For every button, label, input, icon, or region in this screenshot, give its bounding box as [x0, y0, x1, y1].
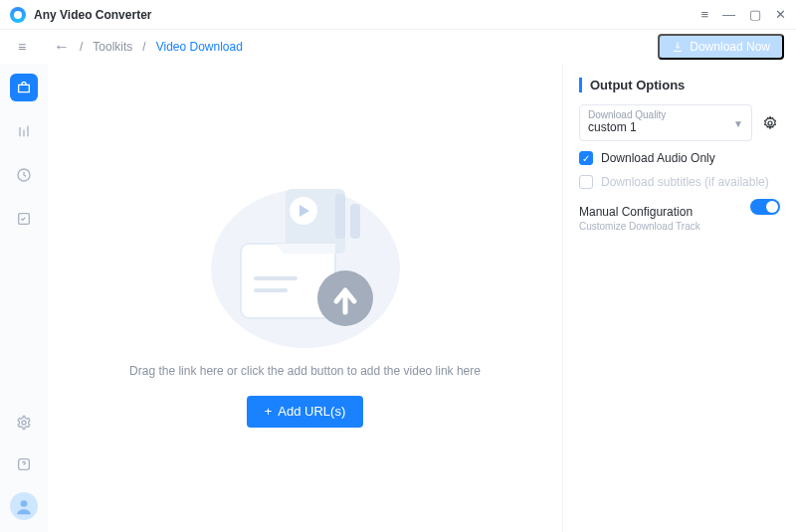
audio-only-checkbox[interactable]: ✓ [579, 151, 593, 165]
menu-icon[interactable]: ≡ [700, 7, 708, 22]
breadcrumb-current: Video Download [156, 40, 243, 54]
sidebar-item-toolkits[interactable] [10, 74, 38, 101]
gear-icon [16, 415, 32, 431]
download-quality-select[interactable]: Download Quality custom 1 ▼ [579, 104, 752, 141]
app-logo [10, 7, 26, 23]
chevron-down-icon: ▼ [733, 117, 743, 128]
manual-config-label: Manual Configuration [579, 205, 750, 219]
sidebar-item-library[interactable] [10, 117, 38, 145]
svg-point-14 [768, 121, 772, 125]
clock-icon [16, 167, 32, 183]
download-now-button[interactable]: Download Now [658, 34, 784, 60]
checklist-icon [16, 211, 32, 227]
audio-only-label: Download Audio Only [601, 151, 715, 165]
breadcrumb-toolkits[interactable]: Toolkits [93, 40, 132, 54]
drop-caption: Drag the link here or click the add butt… [129, 364, 481, 378]
download-icon [672, 41, 684, 53]
illustration [186, 149, 425, 348]
close-icon[interactable]: ✕ [775, 7, 786, 22]
avatar[interactable] [10, 492, 38, 520]
download-now-label: Download Now [690, 40, 770, 54]
add-urls-label: Add URL(s) [278, 404, 345, 419]
manual-config-toggle[interactable] [750, 199, 780, 215]
output-options-title: Output Options [579, 78, 780, 92]
svg-rect-9 [350, 204, 360, 239]
sidebar-item-help[interactable] [10, 450, 38, 478]
app-title: Any Video Converter [34, 8, 151, 22]
svg-rect-8 [335, 194, 345, 239]
gear-icon [762, 115, 778, 131]
breadcrumb-sep: / [142, 40, 145, 54]
sidebar-item-history[interactable] [10, 161, 38, 189]
minimize-icon[interactable]: — [722, 7, 735, 22]
quality-value: custom 1 [588, 120, 637, 134]
subtitles-label: Download subtitles (if available) [601, 175, 769, 189]
drop-zone[interactable]: Drag the link here or click the add butt… [48, 64, 562, 532]
hamburger-icon[interactable]: ≡ [18, 39, 26, 55]
quality-settings-button[interactable] [762, 115, 780, 131]
manual-config-sub: Customize Download Track [579, 221, 750, 232]
maximize-icon[interactable]: ▢ [749, 7, 761, 22]
briefcase-icon [16, 80, 32, 95]
add-urls-button[interactable]: + Add URL(s) [247, 396, 364, 428]
back-icon[interactable]: ← [54, 38, 70, 56]
quality-label: Download Quality [588, 109, 743, 120]
help-icon [16, 456, 32, 472]
sidebar-item-settings[interactable] [10, 409, 38, 437]
svg-point-2 [22, 421, 26, 425]
plus-icon: + [265, 404, 273, 419]
subtitles-checkbox[interactable] [579, 175, 593, 189]
bars-icon [16, 123, 32, 139]
svg-point-4 [21, 500, 28, 507]
user-icon [14, 496, 34, 516]
breadcrumb: / [80, 40, 83, 54]
sidebar-item-tasks[interactable] [10, 205, 38, 233]
